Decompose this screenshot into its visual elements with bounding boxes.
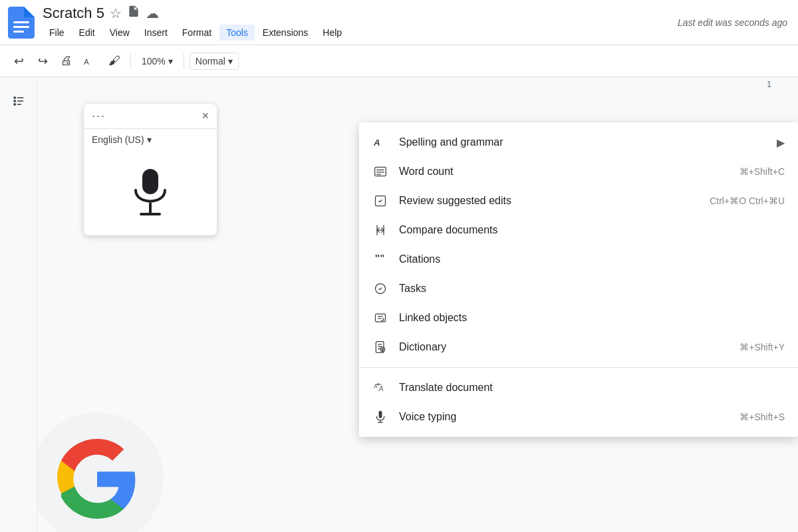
translate-label: Translate document [399, 382, 785, 394]
svg-rect-22 [376, 314, 386, 322]
svg-rect-2 [13, 31, 24, 33]
svg-rect-4 [13, 96, 15, 98]
voice-widget-header: ··· × [84, 104, 217, 129]
print-button[interactable]: 🖨 [56, 51, 77, 72]
outline-icon[interactable] [5, 88, 32, 114]
google-logo-circle [37, 412, 164, 532]
voice-typing-icon [372, 409, 388, 425]
zoom-selector[interactable]: 100% ▾ [136, 53, 178, 69]
page-indicator: 1 [767, 80, 771, 89]
menu-edit[interactable]: Edit [72, 25, 102, 41]
svg-rect-28 [379, 411, 382, 418]
svg-text:": " [380, 253, 384, 263]
review-label: Review suggested edits [399, 195, 699, 207]
toolbar-divider-2 [184, 53, 184, 69]
svg-text:A: A [84, 57, 89, 66]
menu-format[interactable]: Format [176, 25, 218, 41]
star-icon[interactable]: ☆ [110, 5, 122, 21]
voice-widget-close-button[interactable]: × [201, 109, 209, 123]
svg-rect-0 [13, 21, 29, 23]
voice-language-selector[interactable]: English (US) ▾ [84, 129, 217, 150]
menu-extensions[interactable]: Extensions [256, 25, 315, 41]
svg-rect-1 [13, 26, 29, 28]
docs-logo-icon [8, 7, 35, 39]
linked-objects-label: Linked objects [399, 312, 785, 324]
toolbar: ↩ ↪ 🖨 A 🖌 100% ▾ Normal ▾ [0, 45, 798, 77]
spelling-label: Spelling and grammar [399, 136, 766, 148]
menu-insert[interactable]: Insert [138, 25, 174, 41]
linked-objects-icon [372, 310, 388, 326]
tasks-label: Tasks [399, 283, 785, 295]
menu-help[interactable]: Help [316, 25, 348, 41]
svg-rect-10 [142, 169, 158, 194]
main-area: 1 ··· × English (US) ▾ [0, 77, 798, 532]
svg-rect-8 [17, 100, 23, 102]
voice-mic-area[interactable] [84, 150, 217, 235]
cloud-icon[interactable]: ☁ [146, 5, 159, 21]
wordcount-icon [372, 164, 388, 180]
last-edit-status: Last edit was seconds ago [678, 17, 787, 28]
svg-text:A: A [374, 383, 378, 390]
svg-rect-6 [13, 103, 15, 105]
spelling-arrow-icon: ▶ [777, 136, 785, 149]
tasks-icon [372, 281, 388, 297]
voice-typing-widget: ··· × English (US) ▾ [84, 104, 217, 235]
wordcount-shortcut: ⌘+Shift+C [739, 166, 785, 177]
menu-tools[interactable]: Tools [219, 25, 255, 41]
spelling-icon: A [372, 134, 388, 150]
menu-divider [359, 367, 798, 368]
header: Scratch 5 ☆ ☁ File Edit View Insert Form… [0, 0, 798, 45]
voice-typing-shortcut: ⌘+Shift+S [739, 412, 785, 422]
wordcount-label: Word count [399, 166, 729, 178]
menu-item-voice-typing[interactable]: Voice typing ⌘+Shift+S [359, 402, 798, 432]
redo-button[interactable]: ↪ [32, 51, 53, 72]
menu-item-wordcount[interactable]: Word count ⌘+Shift+C [359, 157, 798, 186]
menu-item-spelling[interactable]: A Spelling and grammar ▶ [359, 128, 798, 157]
left-sidebar [0, 77, 37, 532]
dictionary-label: Dictionary [399, 341, 729, 353]
menu-item-tasks[interactable]: Tasks [359, 274, 798, 303]
voice-language-label: English (US) [92, 134, 144, 145]
zoom-value: 100% [142, 56, 166, 66]
style-dropdown-icon: ▾ [228, 56, 233, 66]
paint-format-button[interactable]: 🖌 [104, 51, 125, 72]
undo-button[interactable]: ↩ [8, 51, 29, 72]
dictionary-shortcut: ⌘+Shift+Y [739, 342, 785, 352]
svg-rect-9 [17, 104, 21, 105]
svg-rect-7 [17, 97, 23, 98]
menu-item-dictionary[interactable]: ? Dictionary ⌘+Shift+Y [359, 332, 798, 362]
review-shortcut: Ctrl+⌘O Ctrl+⌘U [710, 196, 785, 206]
translate-icon: A A [372, 380, 388, 396]
dictionary-icon: ? [372, 339, 388, 355]
menu-item-review[interactable]: Review suggested edits Ctrl+⌘O Ctrl+⌘U [359, 186, 798, 215]
citations-label: Citations [399, 253, 785, 265]
voice-widget-dots[interactable]: ··· [92, 109, 106, 123]
svg-text:A: A [378, 384, 384, 392]
style-value: Normal [196, 56, 225, 66]
menu-item-translate[interactable]: A A Translate document [359, 373, 798, 402]
compare-label: Compare documents [399, 224, 785, 236]
citations-icon: " " [372, 251, 388, 267]
compare-icon [372, 222, 388, 238]
voice-lang-dropdown-icon: ▾ [147, 134, 152, 145]
svg-rect-5 [13, 100, 15, 102]
svg-text:A: A [374, 138, 380, 148]
menu-item-linked-objects[interactable]: Linked objects [359, 303, 798, 332]
zoom-dropdown-icon: ▾ [168, 56, 173, 66]
toolbar-divider-1 [130, 53, 131, 69]
menu-view[interactable]: View [103, 25, 136, 41]
move-icon[interactable] [127, 5, 140, 21]
voice-typing-label: Voice typing [399, 411, 729, 423]
menu-item-compare[interactable]: Compare documents [359, 215, 798, 245]
svg-text:": " [375, 253, 380, 263]
document-title[interactable]: Scratch 5 [43, 5, 104, 22]
review-icon [372, 193, 388, 209]
tools-dropdown-menu: A Spelling and grammar ▶ Word count ⌘+Sh… [359, 122, 798, 437]
menu-item-citations[interactable]: " " Citations [359, 245, 798, 274]
spellcheck-button[interactable]: A [80, 51, 101, 72]
menu-file[interactable]: File [43, 25, 71, 41]
style-selector[interactable]: Normal ▾ [190, 53, 239, 70]
microphone-icon [130, 166, 170, 219]
google-g-icon [57, 439, 137, 519]
